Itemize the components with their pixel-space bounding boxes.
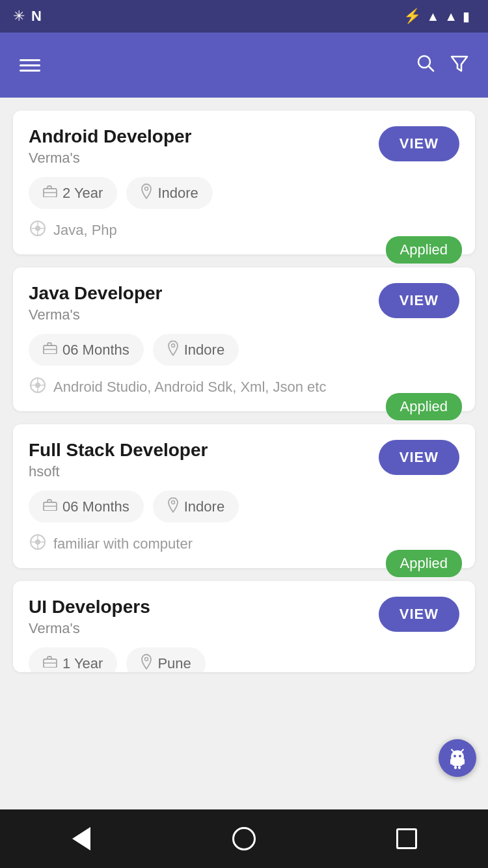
job-list: Android Developer Verma's VIEW 2 Year [0,98,488,809]
signal-icon: ▲ [444,9,457,24]
svg-point-19 [171,501,174,504]
location-icon [167,497,179,516]
job-card-3: Full Stack Developer hsoft VIEW 06 Month… [13,424,475,568]
svg-line-1 [429,66,433,71]
svg-point-12 [171,344,174,347]
svg-point-30 [459,755,461,757]
filter-button[interactable] [450,54,468,77]
location-tag: Pune [126,647,205,672]
job-card-header: Java Developer Verma's VIEW [29,283,459,323]
svg-rect-34 [462,759,465,765]
job-card-1: Android Developer Verma's VIEW 2 Year [13,111,475,254]
briefcase-icon [43,342,57,357]
asterisk-icon: ✳ [13,8,25,25]
location-value: Indore [184,498,224,515]
job-card-4: UI Developers Verma's VIEW 1 Year [13,581,475,672]
svg-rect-28 [452,758,463,766]
status-bar: ✳ N ⚡ ▲ ▲ ▮ [0,0,488,33]
job-info: Full Stack Developer hsoft [29,440,368,480]
location-tag: Indore [153,334,239,366]
svg-rect-33 [450,759,453,765]
experience-value: 06 Months [62,498,129,515]
skills-text: familiar with computer [53,536,193,552]
view-button[interactable]: VIEW [379,126,459,161]
location-value: Indore [157,185,198,202]
job-title: Android Developer [29,126,368,147]
job-title: Java Developer [29,283,368,304]
job-company: Verma's [29,150,368,167]
status-bar-left: ✳ N [13,8,42,25]
svg-marker-2 [452,57,467,71]
svg-point-26 [145,658,148,661]
job-company: Verma's [29,620,368,637]
experience-tag: 1 Year [29,647,117,672]
location-icon [141,654,152,672]
view-button[interactable]: VIEW [379,283,459,318]
job-title: UI Developers [29,597,368,617]
svg-line-31 [452,750,454,752]
job-info: Java Developer Verma's [29,283,368,323]
job-company: hsoft [29,463,368,480]
location-icon [167,340,179,359]
job-tags: 1 Year Pune [29,647,459,672]
location-icon [141,183,152,202]
briefcase-icon [43,656,57,671]
location-value: Pune [157,655,191,672]
job-company: Verma's [29,306,368,323]
bluetooth-icon: ⚡ [403,8,421,25]
svg-point-29 [454,755,456,757]
experience-value: 2 Year [62,185,103,202]
header-icons [416,54,468,77]
job-card-header: UI Developers Verma's VIEW [29,597,459,637]
experience-value: 06 Months [62,342,129,359]
skills-icon [29,219,47,241]
job-card-header: Full Stack Developer hsoft VIEW [29,440,459,480]
job-title: Full Stack Developer [29,440,368,461]
briefcase-icon [43,499,57,514]
view-button[interactable]: VIEW [379,440,459,475]
job-info: Android Developer Verma's [29,126,368,167]
location-value: Indore [184,342,224,359]
applied-badge: Applied [386,393,462,420]
job-card-header: Android Developer Verma's VIEW [29,126,459,167]
skills-text: Java, Php [53,222,117,239]
bottom-nav [0,809,488,868]
briefcase-icon [43,185,57,200]
status-bar-right: ⚡ ▲ ▲ ▮ [403,8,475,25]
menu-button[interactable] [20,59,40,72]
skills-text: Android Studio, Android Sdk, Xml, Json e… [53,379,326,396]
svg-line-32 [461,750,463,752]
view-button[interactable]: VIEW [379,597,459,632]
location-tag: Indore [126,177,212,209]
wifi-icon: ▲ [426,9,439,24]
notification-icon: N [31,8,42,25]
experience-tag: 06 Months [29,491,144,522]
job-tags: 06 Months Indore [29,334,459,366]
svg-rect-35 [454,766,457,769]
fab-button[interactable] [439,739,476,777]
skills-icon [29,376,47,398]
location-tag: Indore [153,491,239,522]
skills-icon [29,533,47,555]
job-tags: 2 Year Indore [29,177,459,209]
battery-icon: ▮ [463,8,470,24]
job-info: UI Developers Verma's [29,597,368,637]
search-button[interactable] [416,54,435,77]
job-tags: 06 Months Indore [29,491,459,522]
applied-badge: Applied [386,550,462,577]
job-card-2: Java Developer Verma's VIEW 06 Months [13,267,475,411]
experience-value: 1 Year [62,655,103,672]
svg-point-5 [145,187,148,191]
recents-button[interactable] [390,822,423,855]
svg-rect-36 [458,766,461,769]
experience-tag: 06 Months [29,334,144,366]
app-header [0,33,488,98]
applied-badge: Applied [386,236,462,264]
experience-tag: 2 Year [29,177,117,209]
back-button[interactable] [65,822,98,855]
home-button[interactable] [228,822,260,855]
